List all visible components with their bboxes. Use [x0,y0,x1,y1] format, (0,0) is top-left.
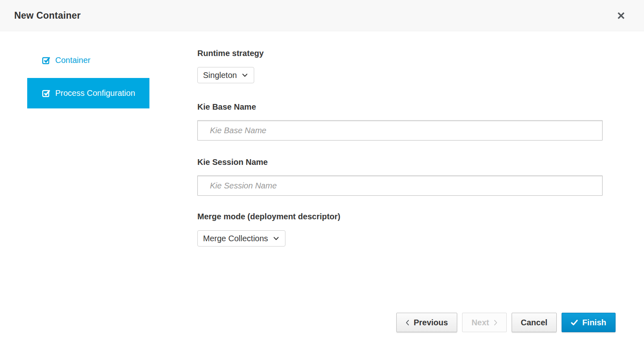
runtime-strategy-value: Singleton [203,71,237,80]
runtime-strategy-label: Runtime strategy [197,48,603,59]
runtime-strategy-select[interactable]: Singleton [197,67,254,83]
kie-session-name-label: Kie Session Name [197,157,603,168]
check-square-icon [42,56,51,65]
kie-base-name-input[interactable] [197,120,603,141]
wizard-step-label: Container [55,56,91,65]
wizard-steps: Container Process Configuration [27,52,149,108]
finish-label: Finish [582,318,606,327]
finish-button[interactable]: Finish [562,313,616,332]
new-container-modal: New Container Container Process Configur… [0,0,644,359]
chevron-down-icon [242,74,248,77]
check-square-icon [42,89,51,97]
cancel-label: Cancel [521,318,548,327]
chevron-down-icon [273,237,279,240]
page-title: New Container [14,10,81,21]
merge-mode-select[interactable]: Merge Collections [197,230,285,247]
chevron-left-icon [406,320,409,326]
merge-mode-value: Merge Collections [203,234,268,243]
check-icon [571,320,578,326]
kie-session-name-input[interactable] [197,175,603,196]
wizard-step-process-configuration[interactable]: Process Configuration [27,78,149,108]
process-configuration-form: Runtime strategy Singleton Kie Base Name… [197,31,603,247]
kie-base-name-label: Kie Base Name [197,102,603,112]
previous-label: Previous [414,318,448,327]
modal-header: New Container [0,0,644,31]
wizard-step-label: Process Configuration [55,89,135,97]
wizard-step-container[interactable]: Container [27,52,149,68]
close-icon [617,12,625,19]
wizard-footer: Previous Next Cancel Finish [396,313,616,332]
cancel-button[interactable]: Cancel [512,313,557,332]
close-button[interactable] [615,9,627,22]
next-button[interactable]: Next [462,313,506,332]
previous-button[interactable]: Previous [396,313,457,332]
merge-mode-label: Merge mode (deployment descriptor) [197,211,603,222]
next-label: Next [471,318,489,327]
chevron-right-icon [494,320,497,326]
